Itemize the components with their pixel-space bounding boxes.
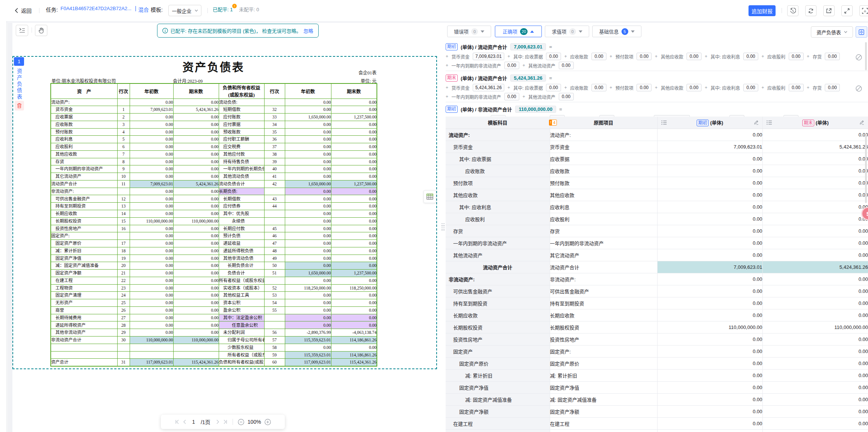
mapping-end-value[interactable]: 0.00 xyxy=(762,273,868,285)
mapping-begin-value[interactable]: 0.00 xyxy=(657,345,762,357)
mapping-end-value[interactable]: 0.00 xyxy=(762,225,868,237)
task-id-link[interactable]: F0A41B46572E47D2A2B72A2... xyxy=(60,6,134,11)
formula-operand-value[interactable]: 0.00 xyxy=(743,53,758,60)
mapping-end-value[interactable]: 0.00 xyxy=(762,297,868,309)
prev-page-button[interactable] xyxy=(183,420,186,424)
mapping-begin-value[interactable]: 0.00 xyxy=(657,213,762,225)
formula-operand-value[interactable]: 0.00 xyxy=(559,93,574,100)
mapping-begin-value[interactable]: 7,009,623.01 xyxy=(657,141,762,153)
rt-begin-edit-icon[interactable] xyxy=(754,120,759,125)
formula-ignore-icon[interactable] xyxy=(856,54,862,61)
rt-end-edit-icon[interactable] xyxy=(859,120,864,125)
formula-operand-value[interactable]: 0.00 xyxy=(504,93,519,100)
formula-operand-value[interactable]: 0.00 xyxy=(546,53,561,60)
mapping-end-value[interactable]: 0.00 xyxy=(762,153,868,165)
mapping-end-value[interactable]: 0.00 xyxy=(762,237,868,249)
formula-operand-value[interactable]: 0.00 xyxy=(591,84,606,91)
formula-total-value[interactable]: 7,009,623.01 xyxy=(510,43,546,50)
mapping-end-value[interactable]: 0.00 xyxy=(762,189,868,201)
formula-operand-value[interactable]: 7,009,623.01 xyxy=(473,53,504,60)
mapping-begin-value[interactable]: 0.00 xyxy=(657,357,762,369)
mapping-begin-value[interactable]: 0.00 xyxy=(657,237,762,249)
mapping-end-value[interactable]: 0.00 xyxy=(762,417,868,429)
banner-ignore-link[interactable]: 忽略 xyxy=(304,27,313,34)
tab-errors[interactable]: 错误项 0 xyxy=(447,26,491,37)
report-settings-button[interactable] xyxy=(856,26,867,38)
last-page-button[interactable] xyxy=(223,420,228,424)
formula-operand-value[interactable]: 0.00 xyxy=(789,84,804,91)
back-button[interactable]: 返回 xyxy=(14,5,32,16)
page-tab-index[interactable]: 1 xyxy=(14,57,24,66)
formula-operand-value[interactable]: 0.00 xyxy=(825,84,840,91)
mapping-end-value[interactable]: 0.00 xyxy=(762,177,868,189)
mapping-end-value[interactable]: 0.00 xyxy=(762,405,868,417)
mapping-begin-value[interactable]: 0.00 xyxy=(657,333,762,345)
table-extract-button[interactable] xyxy=(423,190,436,203)
mapping-begin-value[interactable]: 0.00 xyxy=(657,297,762,309)
mapping-end-value[interactable]: 5,424,361.26 xyxy=(762,261,868,273)
mapping-end-value[interactable]: 0.00 xyxy=(762,129,868,141)
mapping-begin-value[interactable]: 0.00 xyxy=(657,165,762,177)
formula-operand-value[interactable]: 0.00 xyxy=(825,53,840,60)
thumbnail-panel-button[interactable] xyxy=(16,25,28,36)
mapping-end-value[interactable]: 0.00 xyxy=(762,393,868,405)
zoom-out-button[interactable] xyxy=(238,419,244,425)
formula-operand-value[interactable]: 0.00 xyxy=(591,53,606,60)
mapping-begin-value[interactable]: 0.00 xyxy=(657,285,762,297)
template-select[interactable]: 一般企业 xyxy=(168,5,201,16)
formula-total-value[interactable]: 110,000,000.00 xyxy=(515,106,556,113)
rt-begin-list-icon[interactable] xyxy=(661,120,667,125)
mapping-end-value[interactable]: 0.00 xyxy=(762,201,868,213)
ocr-recognize-button[interactable]: A xyxy=(859,5,868,16)
mapping-begin-value[interactable]: 0.00 xyxy=(657,381,762,393)
mapping-begin-value[interactable] xyxy=(657,429,762,432)
page-tab-title[interactable]: 资产负债表 xyxy=(15,68,23,100)
rt-end-list-icon[interactable] xyxy=(767,120,772,125)
mapping-end-value[interactable]: 110,000,000.00 xyxy=(762,321,868,333)
formula-operand-value[interactable]: 0.00 xyxy=(687,53,702,60)
formula-ignore-icon[interactable] xyxy=(856,85,862,92)
history-button[interactable] xyxy=(787,5,798,16)
mapping-end-value[interactable]: 0.00 xyxy=(762,345,868,357)
mapping-end-value[interactable] xyxy=(762,429,868,432)
mapping-begin-value[interactable]: 0.00 xyxy=(657,309,762,321)
tab-basic-info[interactable]: 基础信息 5 xyxy=(592,26,641,37)
mapping-begin-value[interactable]: 0.00 xyxy=(657,177,762,189)
mapping-end-value[interactable]: 5,424,361.26 xyxy=(762,141,868,153)
mapping-end-value[interactable]: 0.00 xyxy=(762,381,868,393)
mapping-end-value[interactable]: 0.00 xyxy=(762,249,868,261)
refresh-button[interactable] xyxy=(805,5,817,16)
formula-operand-value[interactable]: 0.00 xyxy=(743,84,758,91)
open-external-button[interactable] xyxy=(823,5,835,16)
mapping-begin-value[interactable]: 0.00 xyxy=(657,129,762,141)
panel-resize-handle[interactable] xyxy=(441,223,445,231)
mapping-begin-value[interactable]: 0.00 xyxy=(657,189,762,201)
next-page-button[interactable] xyxy=(216,420,219,424)
report-type-select[interactable]: 资产负债表 xyxy=(811,26,853,38)
mapping-begin-value[interactable]: 0.00 xyxy=(657,369,762,381)
append-report-button[interactable]: 追加财报 xyxy=(749,5,776,16)
first-page-button[interactable] xyxy=(175,420,180,424)
tab-correct[interactable]: 正确项 20 xyxy=(495,26,542,37)
mapping-end-value[interactable]: 0.00 xyxy=(762,285,868,297)
formula-operand-value[interactable]: 0.00 xyxy=(637,84,652,91)
formula-operand-value[interactable]: 0.00 xyxy=(559,62,574,69)
mapping-begin-value[interactable]: 0.00 xyxy=(657,201,762,213)
mapping-end-value[interactable]: 0.00 xyxy=(762,333,868,345)
current-page[interactable]: 1 xyxy=(190,419,197,425)
formula-operand-value[interactable]: 0.00 xyxy=(546,84,561,91)
mapping-end-value[interactable]: 0.00 xyxy=(762,165,868,177)
tab-evaluate[interactable]: 求值项 0 xyxy=(545,26,589,37)
formula-operand-value[interactable]: 0.00 xyxy=(687,84,702,91)
mapping-begin-value[interactable]: 7,009,623.01 xyxy=(657,261,762,273)
mapping-begin-value[interactable]: 0.00 xyxy=(657,273,762,285)
mapping-begin-value[interactable]: 0.00 xyxy=(657,249,762,261)
page-delete-button[interactable] xyxy=(15,101,24,111)
mapping-end-value[interactable]: 0.00 xyxy=(762,357,868,369)
mapping-begin-value[interactable]: 0.00 xyxy=(657,153,762,165)
zoom-in-button[interactable] xyxy=(265,419,271,425)
formula-operand-value[interactable]: 0.00 xyxy=(637,53,652,60)
formula-operand-value[interactable]: 5,424,361.26 xyxy=(473,84,504,91)
mapping-begin-value[interactable]: 0.00 xyxy=(657,405,762,417)
formula-operand-value[interactable]: 0.00 xyxy=(504,62,519,69)
